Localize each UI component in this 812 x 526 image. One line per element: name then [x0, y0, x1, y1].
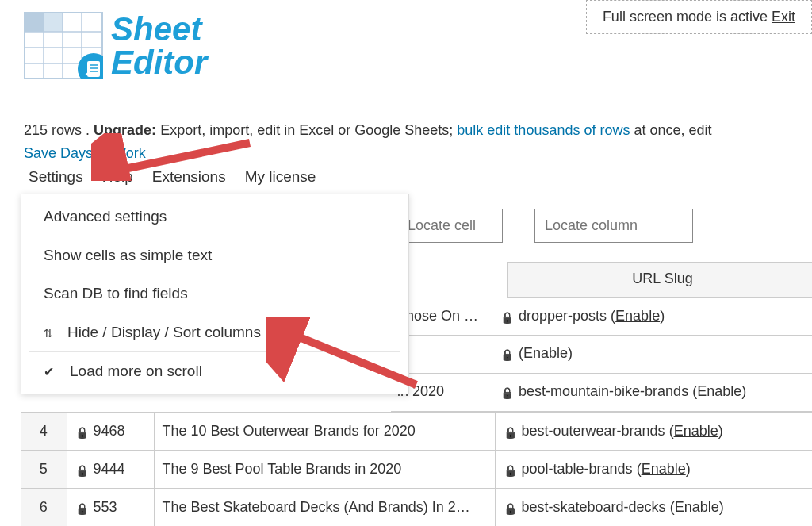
menu-simple-text[interactable]: Show cells as simple text [21, 236, 408, 275]
enable-link[interactable]: Enable [523, 345, 568, 361]
menu-label: Advanced settings [44, 208, 167, 225]
bulk-edit-link[interactable]: bulk edit thousands of rows [457, 122, 630, 138]
lock-icon [75, 424, 86, 435]
cell-title[interactable]: The Best Skateboard Decks (And Brands) I… [154, 489, 495, 527]
enable-link[interactable]: Enable [642, 461, 686, 477]
upgrade-banner: 215 rows . Upgrade: Export, import, edit… [24, 119, 812, 165]
table-row: in 2020 best-mountain-bike-brands Enable [391, 374, 812, 412]
menu-label: Scan DB to find fields [44, 285, 188, 302]
lock-icon [500, 346, 511, 357]
fullscreen-notice: Full screen mode is active Exit [586, 0, 812, 34]
cell-slug[interactable]: pool-table-brands Enable [495, 451, 812, 489]
tab-extensions[interactable]: Extensions [152, 168, 226, 186]
enable-link[interactable]: Enable [615, 308, 660, 324]
tab-help[interactable]: Help [102, 168, 133, 186]
top-tabs: Settings Help Extensions My license [29, 168, 316, 186]
menu-scan-db[interactable]: Scan DB to find fields [21, 275, 408, 313]
tab-settings[interactable]: Settings [29, 168, 83, 186]
table-row: 5 9444 The 9 Best Pool Table Brands in 2… [21, 451, 812, 489]
menu-advanced-settings[interactable]: Advanced settings [21, 198, 408, 236]
menu-label: Load more on scroll [70, 363, 202, 380]
lock-icon [75, 462, 86, 473]
settings-dropdown: Advanced settings Show cells as simple t… [21, 194, 409, 394]
enable-link[interactable]: Enable [674, 423, 718, 439]
menu-label: Hide / Display / Sort columns [67, 324, 261, 341]
table-row: Those On … dropper-posts Enable [391, 298, 812, 336]
table-body: 4 9468 The 10 Best Outerwear Brands for … [21, 412, 812, 526]
table-row: Enable [391, 336, 812, 374]
cell-slug[interactable]: best-mountain-bike-brands Enable [492, 374, 812, 412]
upgrade-tail2: at once, edit [634, 122, 711, 138]
enable-link[interactable]: Enable [697, 383, 741, 399]
menu-sort-columns[interactable]: Hide / Display / Sort columns [21, 313, 408, 351]
cell-id[interactable]: 9468 [67, 413, 154, 451]
table-row: 6 553 The Best Skateboard Decks (And Bra… [21, 489, 812, 527]
menu-load-more[interactable]: Load more on scroll [21, 352, 408, 390]
svg-rect-1 [25, 13, 44, 32]
cell-id[interactable]: 553 [67, 489, 154, 527]
cell-title[interactable]: The 10 Best Outerwear Brands for 2020 [154, 413, 495, 451]
locate-column-input[interactable] [534, 209, 693, 243]
lock-icon [504, 462, 515, 473]
lock-icon [504, 500, 515, 511]
logo-spreadsheet-icon [24, 12, 103, 79]
locate-cell-input[interactable] [408, 209, 503, 243]
dot: . [86, 122, 90, 138]
column-header-label: URL Slug [632, 271, 692, 286]
upgrade-label: Upgrade: [94, 122, 156, 138]
row-number[interactable]: 5 [21, 451, 67, 489]
upgrade-tail1: Export, import, edit in Excel or Google … [160, 122, 453, 138]
cell-id[interactable]: 9444 [67, 451, 154, 489]
tab-license[interactable]: My license [245, 168, 316, 186]
cell-slug[interactable]: Enable [492, 336, 812, 374]
fullscreen-text: Full screen mode is active [603, 9, 768, 25]
column-header-slug[interactable]: URL Slug [508, 262, 812, 298]
lock-icon [504, 424, 515, 435]
menu-label: Show cells as simple text [44, 247, 212, 264]
cell-title[interactable]: The 9 Best Pool Table Brands in 2020 [154, 451, 495, 489]
logo-line1: Sheet [111, 13, 207, 46]
check-icon [44, 363, 60, 380]
save-days-link[interactable]: Save Days of Work [24, 145, 146, 161]
row-number[interactable]: 6 [21, 489, 67, 527]
row-count: 215 rows [24, 122, 82, 138]
lock-icon [500, 384, 511, 395]
enable-link[interactable]: Enable [675, 499, 719, 515]
table-row: 4 9468 The 10 Best Outerwear Brands for … [21, 413, 812, 451]
locate-inputs [408, 209, 693, 243]
svg-rect-2 [44, 13, 63, 32]
cell-slug[interactable]: best-outerwear-brands Enable [495, 413, 812, 451]
cell-slug[interactable]: dropper-posts Enable [492, 298, 812, 336]
logo-text: Sheet Editor [111, 13, 207, 79]
sort-icon [44, 324, 58, 341]
lock-icon [75, 500, 86, 511]
exit-fullscreen-link[interactable]: Exit [772, 9, 795, 25]
svg-rect-10 [87, 61, 100, 77]
app-logo: Sheet Editor [24, 12, 207, 79]
cell-slug[interactable]: best-skateboard-decks Enable [495, 489, 812, 527]
logo-line2: Editor [111, 46, 207, 79]
lock-icon [500, 309, 511, 320]
row-number[interactable]: 4 [21, 413, 67, 451]
